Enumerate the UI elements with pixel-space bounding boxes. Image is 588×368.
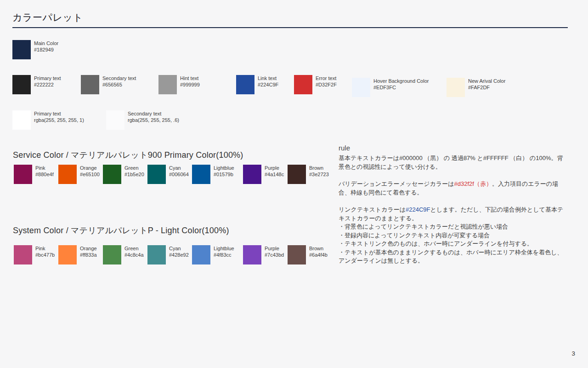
- service-color-item: Brown #3e2723: [288, 165, 332, 184]
- rule-bullet: ・テキストが基本色のままリンクするものは、ホバー時にエリア枠全体を着色し、アンダ…: [339, 248, 567, 265]
- color-label: Hover Background Color: [373, 78, 429, 85]
- text-color-item: Primary text #222222: [12, 75, 81, 97]
- system-color-item: Cyan #428e92: [147, 245, 192, 264]
- color-hex: #222222: [34, 82, 61, 88]
- color-hex: #e65100: [80, 172, 100, 178]
- color-hex: #7c43bd: [265, 252, 284, 259]
- color-swatch: [147, 245, 166, 264]
- text-color-item: Hint text #999999: [158, 75, 236, 97]
- color-hex: #999999: [180, 82, 200, 88]
- color-label: Cyan: [169, 246, 189, 252]
- color-label: Hint text: [180, 75, 200, 82]
- service-color-heading: Service Color / マテリアルパレット900 Primary Col…: [13, 150, 243, 161]
- color-hex: #6a4f4b: [309, 252, 328, 259]
- color-swatch: [103, 245, 121, 264]
- rule-text: リンクテキストカラーは: [339, 206, 406, 213]
- color-hex: #01579b: [214, 172, 234, 178]
- color-label: Primary text: [34, 75, 61, 82]
- color-swatch: [192, 245, 210, 264]
- color-label: Purple: [265, 165, 284, 172]
- system-color-item: Orange #ff833a: [58, 245, 103, 264]
- color-label: Secondary text: [128, 111, 179, 117]
- white-text-colors-row: Primary text rgba(255, 255, 255, 1) Seco…: [12, 110, 179, 130]
- color-swatch: [352, 78, 370, 97]
- system-color-item: Lightblue #4f83cc: [192, 245, 237, 264]
- text-color-item: Secondary text #656565: [81, 75, 158, 97]
- text-colors-row: Primary text #222222 Secondary text #656…: [12, 75, 505, 97]
- color-hex: #224C9F: [258, 82, 278, 88]
- rule-bullet: ・テキストリンク色のものは、ホバー時にアンダーラインを付与する。: [339, 240, 567, 248]
- text-color-item: New Arival Color #FAF2DF: [447, 78, 505, 97]
- color-label: Brown: [309, 246, 328, 252]
- system-color-item: Purple #7c43bd: [243, 245, 288, 264]
- color-label: Lightblue: [214, 246, 234, 252]
- color-swatch: [447, 78, 465, 97]
- text-color-item: Hover Background Color #EDF3FC: [352, 78, 447, 97]
- rule-paragraph-basic-text: 基本テキストカラーは#000000 （黒） の 透過87% と#FFFFFF （…: [339, 154, 567, 171]
- color-swatch: [12, 75, 31, 94]
- main-color-swatch: [12, 40, 31, 59]
- color-swatch: [14, 165, 32, 184]
- color-swatch: [243, 245, 261, 264]
- color-label: Purple: [265, 246, 284, 252]
- main-color-item: Main Color #182949: [12, 40, 58, 59]
- color-hex: #880e4f: [35, 172, 54, 178]
- main-color-hex: #182949: [34, 47, 58, 53]
- color-hex: #EDF3FC: [373, 85, 429, 91]
- color-label: Green: [124, 165, 144, 172]
- color-swatch: [12, 110, 31, 130]
- color-hex: #FAF2DF: [468, 85, 505, 91]
- color-label: Cyan: [169, 165, 189, 172]
- page-title: カラーパレット: [12, 11, 83, 24]
- rule-paragraph-link: リンクテキストカラーは#224C9Fとします。ただし、下記の場合例外として基本テ…: [339, 206, 567, 223]
- color-swatch: [243, 165, 261, 184]
- color-hex: #3e2723: [309, 172, 329, 178]
- color-hex: #D32F2F: [316, 82, 337, 88]
- link-color-code: #224C9F: [406, 206, 430, 213]
- color-hex: #4a148c: [265, 172, 284, 178]
- rule-text: バリデーションエラーメッセージカラーは: [339, 180, 454, 187]
- color-hex: #4f83cc: [214, 252, 234, 259]
- rule-section: rule 基本テキストカラーは#000000 （黒） の 透過87% と#FFF…: [339, 144, 567, 265]
- rule-bullet: ・背景色によってリンクテキストカラーだと視認性が悪い場合: [339, 223, 567, 231]
- color-hex: #bc477b: [35, 252, 55, 259]
- color-label: Secondary text: [102, 75, 136, 82]
- page-number: 3: [571, 350, 575, 357]
- rule-heading: rule: [339, 144, 567, 152]
- rule-paragraph-validation: バリデーションエラーメッセージカラーは#d32f2f（赤）。入力項目のエラーの場…: [339, 180, 567, 197]
- white-text-color-item: Primary text rgba(255, 255, 255, 1): [12, 110, 106, 130]
- rule-bullet: ・登録内容によってリンクテキスト内容が可変する場合: [339, 231, 567, 240]
- rule-text: 基本テキストカラーは#000000 （黒） の 透過87% と#FFFFFF （…: [339, 155, 563, 170]
- system-color-heading: System Color / マテリアルパレットP - Light Color(…: [13, 225, 229, 236]
- color-hex: #428e92: [169, 252, 189, 259]
- color-label: Error text: [316, 75, 337, 82]
- color-swatch: [103, 165, 121, 184]
- service-color-item: Purple #4a148c: [243, 165, 288, 184]
- system-color-item: Pink #bc477b: [14, 245, 58, 264]
- color-label: New Arival Color: [468, 78, 505, 85]
- color-label: Green: [124, 246, 144, 252]
- system-color-row: Pink #bc477b Orange #ff833a Green #4c8c4…: [14, 245, 332, 264]
- color-swatch: [236, 75, 254, 94]
- color-swatch: [14, 245, 32, 264]
- text-color-item: Error text #D32F2F: [294, 75, 352, 97]
- color-swatch: [58, 165, 77, 184]
- text-color-item: Link text #224C9F: [236, 75, 294, 97]
- color-swatch: [294, 75, 312, 94]
- service-color-item: Cyan #006064: [147, 165, 192, 184]
- service-color-item: Pink #880e4f: [14, 165, 58, 184]
- color-rgba: rgba(255, 255, 255, .6): [128, 117, 179, 124]
- color-label: Primary text: [34, 111, 84, 117]
- title-underline: [12, 27, 568, 28]
- service-color-item: Lightblue #01579b: [192, 165, 237, 184]
- main-color-label: Main Color: [34, 40, 58, 47]
- color-label: Orange: [80, 165, 100, 172]
- color-swatch: [106, 110, 124, 130]
- color-hex: #006064: [169, 172, 189, 178]
- color-swatch: [147, 165, 166, 184]
- color-label: Brown: [309, 165, 329, 172]
- error-color-code: #d32f2f（赤）: [454, 180, 492, 187]
- color-hex: #656565: [102, 82, 136, 88]
- service-color-item: Orange #e65100: [58, 165, 103, 184]
- color-swatch: [192, 165, 210, 184]
